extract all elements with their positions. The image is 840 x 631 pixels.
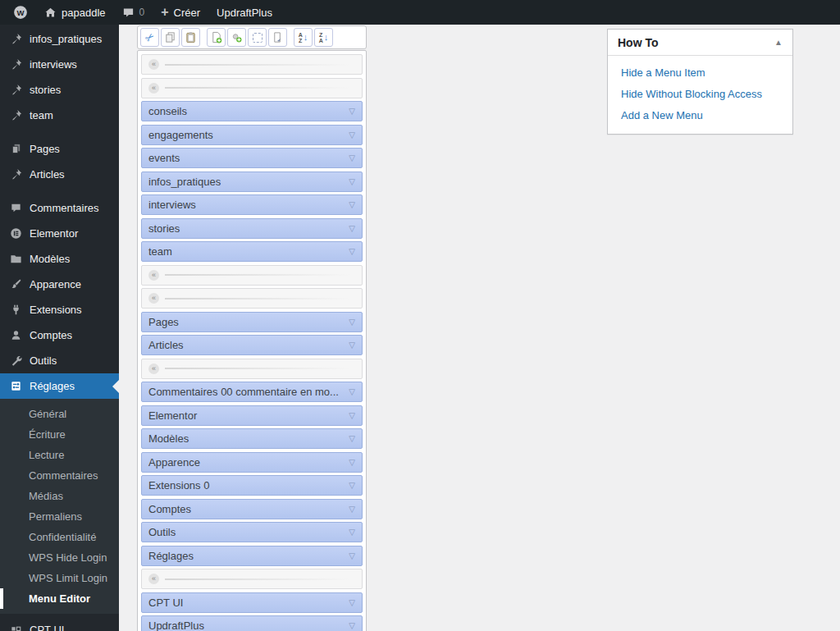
chevron-down-icon[interactable]: ▽ — [349, 387, 355, 396]
how-to-header: How To ▲ — [608, 30, 792, 56]
menu-item-commentaires[interactable]: Commentaires 00 commentaire en mo... ▽ — [141, 382, 363, 402]
menu-item-articles[interactable]: Articles ▽ — [141, 335, 363, 355]
sidebar-item-label: Commentaires — [30, 202, 99, 214]
submenu-item-wps-hide-login[interactable]: WPS Hide Login — [0, 547, 119, 568]
sidebar-item-interviews[interactable]: interviews — [0, 52, 119, 77]
menu-item-stories[interactable]: stories ▽ — [141, 218, 363, 239]
menu-item-elementor[interactable]: Elementor ▽ — [141, 405, 363, 426]
menu-item-updraftplus[interactable]: UpdraftPlus ▽ — [141, 615, 363, 631]
sidebar-item-stories[interactable]: stories — [0, 77, 119, 103]
sidebar-item-team[interactable]: team — [0, 103, 119, 128]
chevron-down-icon[interactable]: ▽ — [349, 621, 355, 630]
menu-separator-item[interactable]: « — [141, 569, 363, 589]
chevron-down-icon[interactable]: ▽ — [349, 107, 355, 116]
link-add-new-menu[interactable]: Add a New Menu — [621, 109, 779, 121]
menu-item-cpt-ui[interactable]: CPT UI ▽ — [141, 592, 363, 613]
updraftplus-label: UpdraftPlus — [217, 7, 272, 19]
select-all-button[interactable] — [248, 28, 267, 47]
menu-item-modeles[interactable]: Modèles ▽ — [141, 428, 363, 449]
submenu-item-confidentialite[interactable]: Confidentialité — [0, 527, 119, 547]
sidebar-item-cpt-ui[interactable]: CPT UI — [0, 617, 119, 631]
menu-item-conseils[interactable]: conseils ▽ — [141, 101, 363, 121]
chevron-down-icon[interactable]: ▽ — [349, 598, 355, 607]
menu-item-pages[interactable]: Pages ▽ — [141, 312, 363, 332]
plus-icon: + — [161, 6, 168, 19]
submenu-item-medias[interactable]: Médias — [0, 486, 119, 506]
chevron-down-icon[interactable]: ▽ — [349, 247, 355, 256]
sidebar-item-outils[interactable]: Outils — [0, 348, 119, 373]
submenu-item-general[interactable]: Général — [0, 404, 119, 424]
sidebar-item-elementor[interactable]: Elementor — [0, 221, 119, 246]
menu-separator-item[interactable]: « — [141, 288, 363, 309]
menu-item-reglages[interactable]: Réglages ▽ — [141, 546, 363, 566]
menu-item-team[interactable]: team ▽ — [141, 241, 363, 262]
menu-item-engagements[interactable]: engagements ▽ — [141, 125, 363, 145]
chevron-down-icon[interactable]: ▽ — [349, 224, 355, 233]
new-content-button[interactable]: + Créer — [153, 0, 208, 25]
chevron-down-icon[interactable]: ▽ — [349, 200, 355, 209]
chevron-down-icon[interactable]: ▽ — [349, 505, 355, 514]
separator-line — [165, 298, 350, 299]
sidebar-item-extensions[interactable]: Extensions — [0, 297, 119, 322]
paste-button[interactable] — [181, 28, 200, 47]
chevron-down-icon[interactable]: ▽ — [349, 130, 355, 139]
menu-item-comptes[interactable]: Comptes ▽ — [141, 499, 363, 519]
chevron-down-icon[interactable]: ▽ — [349, 458, 355, 467]
menu-separator-item[interactable]: « — [141, 54, 363, 75]
menu-item-extensions[interactable]: Extensions 0 ▽ — [141, 475, 363, 496]
sort-ascending-button[interactable]: AZ↓ — [294, 28, 313, 47]
chevron-down-icon[interactable]: ▽ — [349, 481, 355, 490]
comments-bubble[interactable]: 0 — [114, 0, 153, 25]
chevron-down-icon[interactable]: ▽ — [349, 434, 355, 443]
paste-icon — [185, 31, 197, 43]
menu-editor-toolbar: ✂ AZ↓ ZA↓ — [137, 25, 367, 49]
submenu-item-menu-editor[interactable]: Menu Editor — [0, 588, 119, 609]
menu-separator-item[interactable]: « — [141, 265, 363, 286]
chevron-down-icon[interactable]: ▽ — [349, 341, 355, 350]
menu-separator-item[interactable]: « — [141, 78, 363, 98]
menu-item-interviews[interactable]: interviews ▽ — [141, 194, 363, 215]
sidebar-item-modeles[interactable]: Modèles — [0, 246, 119, 272]
menu-item-events[interactable]: events ▽ — [141, 148, 363, 168]
new-item-icon — [210, 31, 222, 43]
copy-button[interactable] — [161, 28, 180, 47]
sidebar-item-reglages[interactable]: Réglages — [0, 373, 119, 399]
menu-separator-item[interactable]: « — [141, 359, 363, 379]
sidebar-group-gap — [0, 128, 119, 136]
sidebar-item-pages[interactable]: Pages — [0, 136, 119, 162]
new-separator-button[interactable] — [227, 28, 246, 47]
submenu-item-permaliens[interactable]: Permaliens — [0, 506, 119, 527]
submenu-item-wps-limit-login[interactable]: WPS Limit Login — [0, 568, 119, 588]
cut-icon: ✂ — [143, 30, 158, 45]
copy-page-button[interactable] — [268, 28, 287, 47]
submenu-item-ecriture[interactable]: Écriture — [0, 424, 119, 445]
sidebar-item-commentaires[interactable]: Commentaires — [0, 195, 119, 221]
chevron-down-icon[interactable]: ▽ — [349, 177, 355, 186]
submenu-item-commentaires[interactable]: Commentaires — [0, 465, 119, 486]
sidebar-item-articles[interactable]: Articles — [0, 162, 119, 187]
link-hide-without-blocking[interactable]: Hide Without Blocking Access — [621, 88, 779, 100]
menu-item-outils[interactable]: Outils ▽ — [141, 522, 363, 542]
chevron-down-icon[interactable]: ▽ — [349, 551, 355, 560]
link-hide-menu-item[interactable]: Hide a Menu Item — [621, 66, 779, 79]
menu-item-label: stories — [148, 222, 180, 235]
chevron-down-icon[interactable]: ▽ — [349, 153, 355, 162]
site-link[interactable]: papaddle — [36, 0, 114, 25]
menu-item-apparence[interactable]: Apparence ▽ — [141, 452, 363, 473]
chevron-down-icon[interactable]: ▽ — [349, 318, 355, 327]
sidebar-item-comptes[interactable]: Comptes — [0, 322, 119, 348]
cut-button[interactable]: ✂ — [140, 28, 159, 47]
collapse-toggle-icon[interactable]: ▲ — [774, 38, 783, 47]
chevron-down-icon[interactable]: ▽ — [349, 528, 355, 537]
sort-descending-button[interactable]: ZA↓ — [314, 28, 333, 47]
wordpress-logo-icon[interactable]: W — [5, 0, 36, 25]
chevron-down-icon[interactable]: ▽ — [349, 411, 355, 420]
sidebar-item-infos-pratiques[interactable]: infos_pratiques — [0, 26, 119, 52]
new-separator-icon — [231, 31, 243, 43]
admin-bar: W papaddle 0 + Créer UpdraftPlus — [0, 0, 840, 25]
sidebar-item-apparence[interactable]: Apparence — [0, 272, 119, 297]
new-item-button[interactable] — [207, 28, 226, 47]
updraftplus-menu[interactable]: UpdraftPlus — [208, 0, 281, 25]
submenu-item-lecture[interactable]: Lecture — [0, 445, 119, 465]
menu-item-infos-pratiques[interactable]: infos_pratiques ▽ — [141, 171, 363, 192]
